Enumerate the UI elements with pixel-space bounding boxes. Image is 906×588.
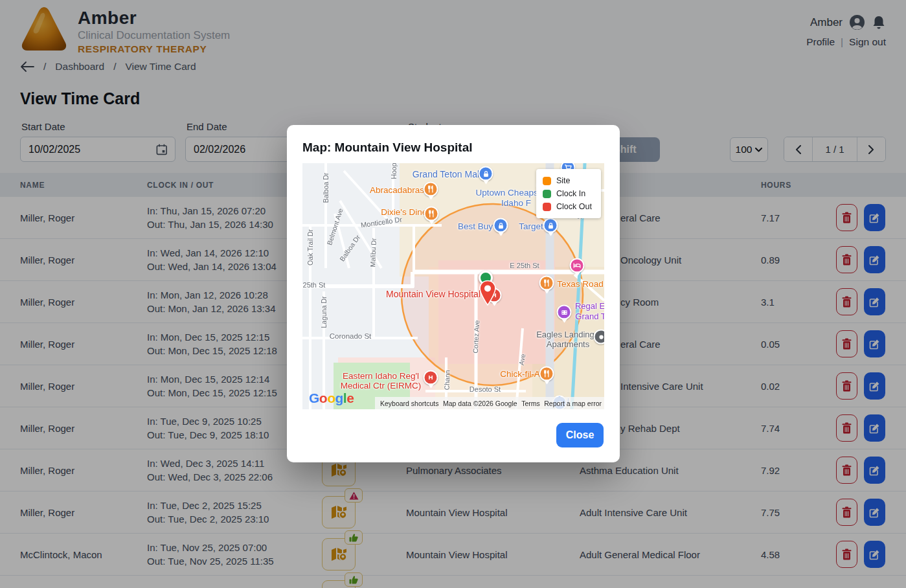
map-label: Desoto St: [470, 385, 501, 393]
lock-icon[interactable]: [479, 166, 493, 181]
map-label: Eastern Idaho Reg'l: [343, 371, 419, 381]
map-label: Grand T: [575, 311, 604, 321]
keyboard-shortcuts-link[interactable]: Keyboard shortcuts: [380, 400, 438, 407]
map-legend: SiteClock InClock Out: [536, 169, 601, 218]
map-label: Texas Road: [557, 279, 603, 289]
map-label: Dixie's Diner: [381, 207, 429, 217]
google-map[interactable]: Grand Teton MallAlbertsonsAbracadabrasUp…: [302, 163, 604, 409]
svg-text:H: H: [428, 374, 433, 381]
restaurant-icon[interactable]: [424, 207, 439, 221]
map-label: Coronado St: [330, 332, 372, 340]
legend-label: Clock In: [556, 189, 585, 198]
movie-icon[interactable]: [557, 305, 572, 320]
map-label: 25th St: [303, 281, 326, 289]
google-logo: Google: [309, 390, 354, 406]
map-label: Medical Ctr (EIRMC): [341, 381, 422, 390]
map-modal-title: Map: Mountain View Hospital: [302, 141, 473, 155]
terms-link[interactable]: Terms: [521, 400, 540, 407]
hotel-icon[interactable]: [570, 258, 585, 273]
restaurant-icon[interactable]: [424, 182, 438, 197]
map-label: Chick-fil-A: [500, 369, 540, 379]
map-label: Hoop: [390, 163, 398, 179]
map-modal: Map: Mountain View Hospital: [287, 125, 620, 462]
report-map-error-link[interactable]: Report a map error: [544, 400, 602, 407]
map-label: Eagles Landing: [536, 330, 595, 339]
map-attribution: Keyboard shortcuts Map data ©2026 Google…: [375, 397, 604, 409]
legend-label: Clock Out: [556, 202, 592, 211]
map-label: Uptown Cheapsk: [476, 188, 543, 198]
clock-out-marker-icon[interactable]: [478, 280, 497, 308]
lock-icon[interactable]: [543, 218, 558, 233]
map-label: E 25th St: [510, 262, 539, 269]
lock-icon[interactable]: [493, 218, 508, 233]
legend-color-dot: [543, 203, 551, 211]
map-label: Grand Teton Mall: [413, 169, 481, 179]
restaurant-icon[interactable]: [539, 367, 554, 381]
legend-row: Site: [543, 174, 595, 187]
map-label: Malibu Dr: [368, 238, 378, 267]
close-modal-button[interactable]: Close: [556, 423, 604, 447]
hospital-icon[interactable]: H: [424, 370, 438, 385]
legend-row: Clock Out: [543, 200, 595, 213]
map-label: Oak Trail Dr: [306, 229, 314, 266]
map-label: Chann: [442, 370, 451, 390]
legend-color-dot: [543, 177, 551, 185]
map-data-text: Map data ©2026 Google: [443, 400, 517, 407]
map-label: Balboa Dr: [322, 173, 330, 203]
map-label: Mountain View Hospital: [386, 289, 481, 299]
dot-icon[interactable]: [594, 330, 605, 345]
restaurant-icon[interactable]: [539, 276, 554, 291]
legend-row: Clock In: [543, 187, 595, 200]
map-label: Laguna Dr: [320, 296, 328, 328]
map-label: Idaho F: [501, 198, 531, 208]
legend-color-dot: [543, 190, 551, 198]
map-label: Regal E: [575, 301, 604, 311]
map-label: Abracadabras: [370, 185, 424, 195]
map-label: Apartments: [547, 339, 589, 349]
legend-label: Site: [556, 176, 571, 185]
map-label: Target: [519, 221, 543, 231]
map-label: Best Buy: [458, 221, 493, 231]
